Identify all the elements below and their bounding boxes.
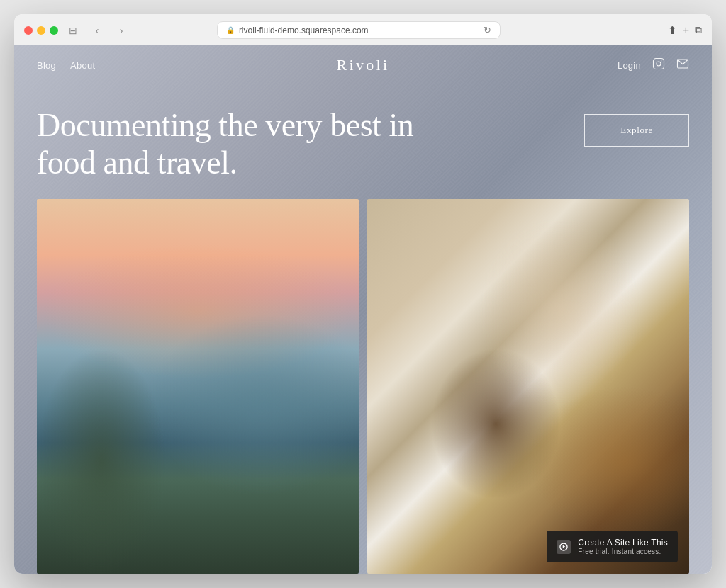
hero-headline: Documenting the very best in food and tr…: [37, 107, 413, 182]
close-button[interactable]: [24, 26, 33, 35]
website-content: Blog About Rivoli Login: [14, 45, 712, 574]
hero-headline-text: Documenting the very best in food and tr…: [37, 107, 413, 181]
nav-blog-link[interactable]: Blog: [37, 60, 56, 71]
food-image: Create A Site Like This Free trial. Inst…: [367, 199, 689, 574]
share-icon[interactable]: ⬆: [668, 24, 677, 37]
address-bar[interactable]: 🔒 rivoli-fluid-demo.squarespace.com ↻: [217, 21, 501, 39]
url-text: rivoli-fluid-demo.squarespace.com: [239, 26, 369, 35]
forward-button[interactable]: ›: [112, 23, 130, 38]
squarespace-badge[interactable]: Create A Site Like This Free trial. Inst…: [547, 531, 678, 562]
sidebar-toggle-button[interactable]: ⊟: [64, 23, 82, 38]
minimize-button[interactable]: [37, 26, 45, 35]
hero-content: Documenting the very best in food and tr…: [14, 86, 712, 199]
site-brand[interactable]: Rivoli: [337, 56, 390, 74]
browser-window: ⊟ ‹ › 🔒 rivoli-fluid-demo.squarespace.co…: [14, 14, 712, 574]
new-tab-icon[interactable]: +: [683, 24, 689, 37]
nav-left: Blog About: [37, 60, 618, 71]
browser-chrome: ⊟ ‹ › 🔒 rivoli-fluid-demo.squarespace.co…: [14, 14, 712, 45]
browser-actions: ⬆ + ⧉: [668, 24, 702, 37]
images-grid: Create A Site Like This Free trial. Inst…: [14, 199, 712, 574]
svg-rect-0: [654, 59, 664, 69]
badge-subtitle: Free trial. Instant access.: [578, 548, 668, 555]
badge-text: Create A Site Like This Free trial. Inst…: [578, 538, 668, 555]
windows-icon[interactable]: ⧉: [695, 24, 702, 36]
badge-title: Create A Site Like This: [578, 538, 668, 548]
nav-about-link[interactable]: About: [70, 60, 95, 71]
hero-section: Blog About Rivoli Login: [14, 45, 712, 574]
nav-login-link[interactable]: Login: [618, 60, 641, 71]
nav-right: Login: [618, 57, 689, 73]
squarespace-logo: [557, 540, 571, 554]
explore-button[interactable]: Explore: [584, 114, 689, 147]
coastal-image: [37, 199, 359, 574]
reload-icon[interactable]: ↻: [484, 25, 491, 35]
svg-point-1: [657, 62, 661, 66]
traffic-lights: [24, 26, 58, 35]
email-icon[interactable]: [676, 57, 689, 73]
maximize-button[interactable]: [50, 26, 58, 35]
lock-icon: 🔒: [226, 26, 235, 34]
site-nav: Blog About Rivoli Login: [14, 45, 712, 86]
svg-point-2: [661, 61, 662, 62]
instagram-icon[interactable]: [652, 57, 665, 73]
back-button[interactable]: ‹: [88, 23, 106, 38]
